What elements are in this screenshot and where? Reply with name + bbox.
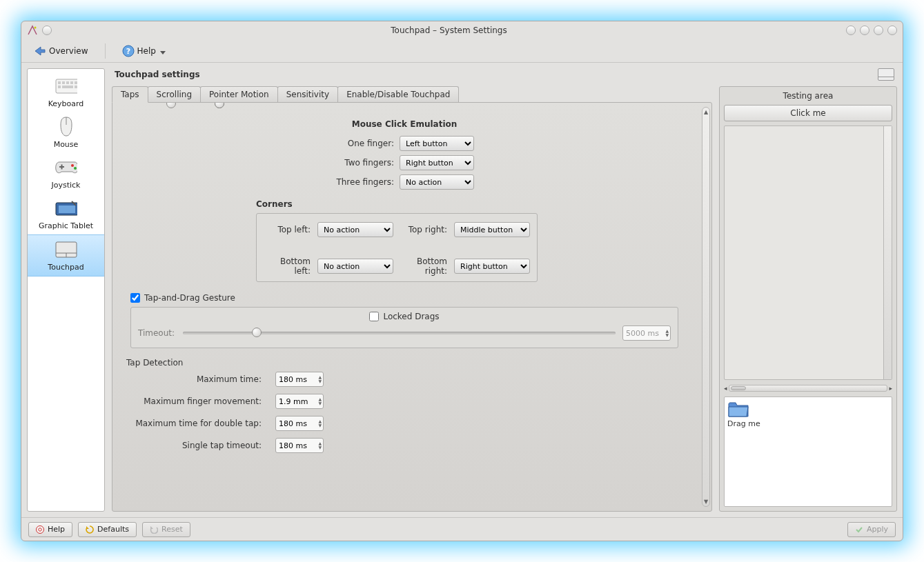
content: Touchpad settings Taps Scrolling Pointer… [112,68,897,512]
top-left-label: Top left: [264,225,311,234]
corners-box: Top left: No action Top right: Middle bu… [256,213,538,282]
app-icon [27,25,38,36]
two-fingers-label: Two fingers: [125,158,394,168]
folder-icon[interactable] [727,400,749,417]
emulation-title: Mouse Click Emulation [125,119,684,129]
max-time-spinbox[interactable]: 180 ms▲▼ [275,372,324,387]
single-tap-label: Single tap timeout: [130,441,262,450]
drag-me-label: Drag me [727,419,889,428]
chevron-down-icon [160,51,166,54]
tab-pointer-motion[interactable]: Pointer Motion [200,86,278,103]
svg-point-22 [37,525,44,533]
svg-rect-9 [58,86,61,88]
two-fingers-combo[interactable]: Right button [400,155,474,170]
tap-drag-label: Tap-and-Drag Gesture [144,293,235,303]
close-button[interactable] [887,26,897,35]
back-arrow-icon [34,46,46,57]
tab-bar: Taps Scrolling Pointer Motion Sensitivit… [112,86,712,103]
bottom-right-combo[interactable]: Right button [454,259,530,274]
svg-rect-4 [58,81,61,84]
content-header: Touchpad settings [112,68,897,83]
svg-point-13 [71,164,74,167]
top-left-combo[interactable]: No action [317,222,393,237]
maximize-button[interactable] [874,26,883,35]
max-finger-label: Maximum finger movement: [130,397,262,406]
locked-drags-box: Locked Drags Timeout: 5000 ms▲▼ [130,307,678,348]
bottom-left-label: Bottom left: [264,257,311,276]
apply-button[interactable]: Apply [847,522,896,537]
category-sidebar: Keyboard Mouse Joystick Graphic Tablet [27,68,105,512]
sidebar-item-touchpad[interactable]: Touchpad [28,234,104,277]
sidebar-item-mouse[interactable]: Mouse [28,112,104,153]
max-dbl-label: Maximum time for double tap: [130,419,262,428]
corners-title: Corners [256,199,684,209]
reset-button[interactable]: Reset [142,522,190,537]
click-me-button[interactable]: Click me [724,105,892,121]
help-icon: ? [122,45,135,57]
help-button[interactable]: Help [28,522,72,537]
svg-text:?: ? [126,47,130,56]
sidebar-item-label: Keyboard [48,99,84,108]
help-window-button[interactable] [846,26,856,35]
main-area: Keyboard Mouse Joystick Graphic Tablet [21,63,903,517]
window-menu-button[interactable] [42,26,52,35]
check-icon [855,525,863,534]
svg-point-14 [74,167,77,170]
tab-enable-disable[interactable]: Enable/Disable Touchpad [337,86,459,103]
max-finger-spinbox[interactable]: 1.9 mm▲▼ [275,394,324,409]
top-right-combo[interactable]: Middle button [454,222,530,237]
locked-drags-checkbox[interactable] [369,312,379,321]
help-label: Help [137,46,156,56]
bottom-left-combo[interactable]: No action [317,259,393,274]
sidebar-item-joystick[interactable]: Joystick [28,153,104,194]
tab-taps[interactable]: Taps [112,86,148,103]
keyboard-icon [55,76,77,97]
testing-area-title: Testing area [724,91,892,101]
testing-area-canvas[interactable] [724,126,892,380]
sidebar-item-graphic-tablet[interactable]: Graphic Tablet [28,194,104,234]
three-fingers-label: Three fingers: [125,177,394,187]
sidebar-item-keyboard[interactable]: Keyboard [28,72,104,112]
tab-scrolling[interactable]: Scrolling [148,86,201,103]
tablet-icon [55,198,77,219]
settings-pane: Taps Scrolling Pointer Motion Sensitivit… [112,86,712,512]
svg-rect-6 [66,81,69,84]
testing-vertical-scrollbar[interactable] [883,126,892,379]
overview-button[interactable]: Overview [28,43,94,59]
max-dbl-spinbox[interactable]: 180 ms▲▼ [275,416,324,431]
svg-rect-18 [59,205,75,213]
sidebar-item-label: Graphic Tablet [39,221,93,230]
one-finger-combo[interactable]: Left button [400,136,474,151]
defaults-button[interactable]: Defaults [78,522,137,537]
timeout-label: Timeout: [138,328,176,338]
undo-icon [150,525,158,534]
help-menu-button[interactable]: ? Help [117,42,171,60]
window: Touchpad – System Settings Overview ? He… [21,21,903,541]
drag-area[interactable]: Drag me [724,397,892,507]
bottom-right-label: Bottom right: [400,257,447,276]
svg-rect-11 [75,86,77,88]
max-time-label: Maximum time: [130,374,262,384]
touchpad-icon [55,239,77,260]
tap-drag-checkbox[interactable] [130,293,140,303]
locked-drags-label: Locked Drags [383,312,439,321]
three-fingers-combo[interactable]: No action [400,174,474,190]
panel-scrollbar[interactable]: ▲▼ [702,107,710,507]
single-tap-spinbox[interactable]: 180 ms▲▼ [275,438,324,453]
overview-label: Overview [49,46,88,56]
testing-horizontal-scrollbar[interactable]: ◂ ▸ [724,384,892,392]
one-finger-label: One finger: [125,139,394,148]
timeout-spinbox[interactable]: 5000 ms▲▼ [622,325,671,341]
footer: Help Defaults Reset Apply [21,517,903,541]
tab-sensitivity[interactable]: Sensitivity [277,86,338,103]
svg-rect-16 [61,165,62,170]
testing-pane: Testing area Click me ◂ ▸ Drag m [719,86,897,512]
top-right-label: Top right: [400,225,447,234]
svg-point-0 [35,27,37,29]
minimize-button[interactable] [860,26,869,35]
page-title: Touchpad settings [115,70,200,79]
titlebar: Touchpad – System Settings [21,21,903,39]
revert-icon [86,525,94,534]
timeout-slider[interactable] [183,332,616,334]
svg-rect-8 [75,81,77,84]
